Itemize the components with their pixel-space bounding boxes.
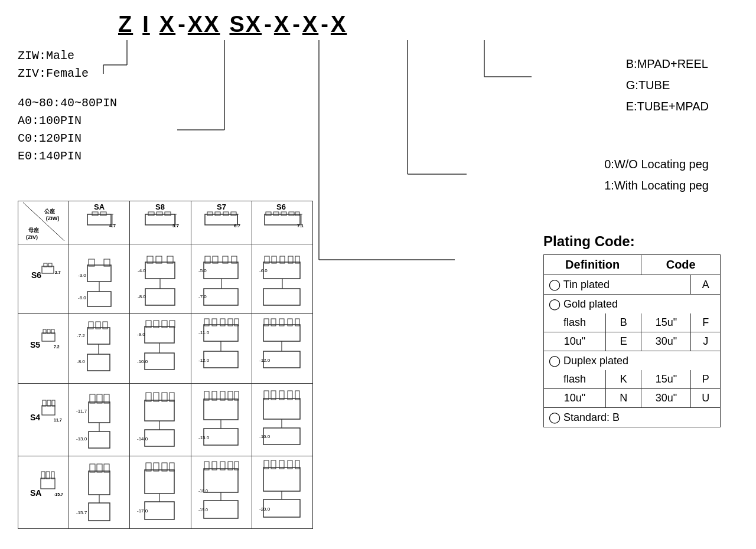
svg-rect-34 — [205, 214, 237, 225]
corner-cell: 公座 (ZIW) 母座 (ZIV) — [18, 201, 69, 244]
svg-text:-6.0: -6.0 — [259, 268, 268, 273]
col-header-sa: SA 4.7 — [69, 201, 130, 244]
svg-rect-195 — [204, 469, 238, 492]
svg-rect-202 — [204, 501, 238, 518]
svg-rect-178 — [51, 472, 54, 479]
pn-dash3: - — [292, 12, 300, 37]
pn-x2: X — [274, 12, 290, 37]
type-group: ZIW:Male ZIV:Female — [18, 47, 117, 83]
row-label-s5: S5 7.2 — [18, 314, 69, 384]
cell-s6-s8: -4.0 -8.0 — [130, 244, 191, 314]
left-labels: ZIW:Male ZIV:Female 40~80:40~80PIN A0:10… — [18, 47, 117, 176]
cell-s6-s7: -5.0 -7.0 — [191, 244, 252, 314]
svg-rect-145 — [89, 432, 110, 448]
pkg-g: G:TUBE — [626, 74, 709, 96]
cell-sa-sa: -15.7 — [69, 456, 130, 529]
cell-s5-s8: -9.0 -10.0 — [130, 314, 191, 384]
packaging-info: B:MPAD+REEL G:TUBE E:TUBE+MPAD — [626, 53, 709, 117]
pn-i: I — [142, 12, 150, 37]
row-label-s6: S6 2.7 — [18, 244, 69, 314]
gold-15u-code: F — [691, 313, 721, 332]
plating-section: Plating Code: Definition Code ◯ Tin plat… — [543, 233, 721, 427]
svg-rect-37 — [223, 212, 229, 215]
svg-text:-5.0: -5.0 — [198, 268, 207, 273]
svg-rect-125 — [263, 325, 300, 341]
svg-rect-112 — [145, 353, 174, 370]
diagram-table: 公座 (ZIW) 母座 (ZIV) SA 4.7 — [18, 201, 313, 529]
cell-s6-s6: -6.0 — [252, 244, 312, 314]
locating-info: 0:W/O Locating peg 1:With Locating peg — [604, 153, 709, 196]
gold-15u-label: 15u" — [641, 313, 691, 332]
pn-dash2: - — [264, 12, 272, 37]
duplex-15u-code: P — [691, 370, 721, 389]
svg-rect-83 — [263, 262, 300, 279]
pn-x3: X — [302, 12, 318, 37]
svg-text:SA: SA — [30, 488, 41, 498]
svg-text:-12.0: -12.0 — [259, 358, 271, 363]
gold-10u-code: E — [605, 332, 641, 351]
cell-s4-s8: -14.0 — [130, 384, 191, 456]
svg-rect-103 — [87, 354, 110, 371]
svg-text:-16.0: -16.0 — [259, 434, 271, 439]
svg-rect-156 — [204, 399, 238, 420]
svg-text:2.7: 2.7 — [55, 270, 61, 274]
svg-text:-19.0: -19.0 — [198, 508, 208, 512]
svg-rect-165 — [263, 398, 300, 419]
cell-sa-s8: -17.0 — [130, 456, 191, 529]
duplex-plated-label: ◯ Duplex plated — [544, 351, 721, 371]
svg-text:-15.7: -15.7 — [54, 492, 63, 496]
svg-rect-193 — [145, 502, 174, 519]
svg-text:-12.0: -12.0 — [198, 358, 210, 363]
svg-text:-11.7: -11.7 — [76, 409, 87, 414]
svg-text:-13.0: -13.0 — [76, 436, 87, 442]
svg-rect-26 — [148, 212, 154, 215]
svg-text:-10.0: -10.0 — [137, 359, 148, 364]
cell-sa-s6: -20.0 — [252, 456, 312, 529]
svg-rect-177 — [46, 472, 50, 479]
svg-rect-46 — [273, 212, 279, 215]
cell-s4-s6: -16.0 — [252, 384, 312, 456]
svg-text:S4: S4 — [30, 413, 40, 422]
svg-rect-185 — [89, 503, 110, 521]
svg-text:S6: S6 — [276, 202, 286, 211]
svg-rect-71 — [145, 289, 175, 305]
svg-rect-17 — [87, 214, 111, 225]
svg-text:母座: 母座 — [28, 227, 40, 233]
duplex-15u-label: 15u" — [641, 370, 691, 389]
tin-plated-code: A — [691, 275, 721, 295]
plating-title: Plating Code: — [543, 233, 721, 250]
loc-0: 0:W/O Locating peg — [604, 153, 709, 175]
svg-rect-27 — [157, 212, 162, 215]
svg-rect-66 — [145, 262, 175, 279]
svg-text:-17.0: -17.0 — [137, 508, 148, 514]
svg-text:-3.0: -3.0 — [78, 273, 86, 278]
svg-text:-14.0: -14.0 — [137, 436, 148, 442]
gold-flash-code: B — [605, 313, 641, 332]
pn-x4: X — [331, 12, 347, 37]
svg-text:公座: 公座 — [44, 208, 56, 214]
svg-rect-180 — [89, 471, 110, 495]
cell-s5-s6: -12.0 — [252, 314, 312, 384]
svg-text:-4.0: -4.0 — [138, 268, 146, 273]
svg-rect-47 — [281, 212, 286, 215]
svg-text:S6: S6 — [31, 270, 41, 280]
svg-rect-93 — [42, 333, 55, 341]
standard-label: ◯ Standard: B — [544, 408, 721, 427]
pkg-b: B:MPAD+REEL — [626, 53, 709, 74]
pn-xx: XX — [188, 12, 220, 37]
svg-text:S7: S7 — [217, 202, 226, 211]
svg-rect-98 — [87, 328, 110, 344]
svg-text:S8: S8 — [155, 202, 165, 211]
svg-text:(ZIV): (ZIV) — [26, 234, 38, 240]
part-number-display: Z I X - XX SX - X - X - X — [118, 12, 709, 37]
svg-rect-44 — [265, 214, 300, 225]
pn-sx: SX — [230, 12, 262, 37]
svg-rect-63 — [87, 292, 111, 306]
part-number-area: Z I X - XX SX - X - X - X — [71, 12, 709, 43]
svg-rect-205 — [263, 468, 300, 491]
svg-rect-135 — [42, 406, 55, 415]
pin-group: 40~80:40~80PIN A0:100PIN C0:120PIN E0:14… — [18, 94, 117, 165]
pn-dash1: - — [178, 12, 185, 37]
svg-rect-140 — [89, 402, 110, 423]
svg-rect-148 — [145, 400, 174, 421]
